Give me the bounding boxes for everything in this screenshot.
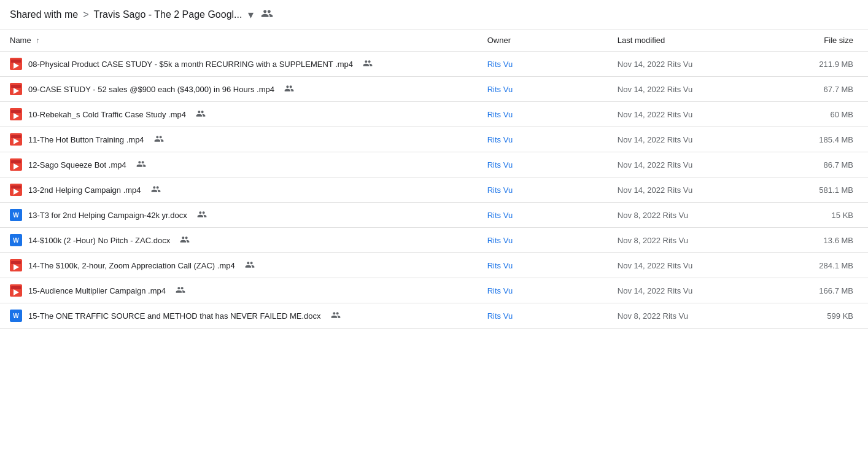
file-modified: Nov 14, 2022 Rits Vu xyxy=(618,135,692,144)
breadcrumb-dropdown-icon[interactable]: ▾ xyxy=(248,8,254,21)
file-table: Name ↑ Owner Last modified File size 08-… xyxy=(0,29,868,329)
file-name: 09-CASE STUDY - 52 sales @$900 each ($43… xyxy=(28,85,274,94)
file-size: 13.6 MB xyxy=(824,236,853,245)
shared-icon xyxy=(154,134,164,146)
breadcrumb-shared-link[interactable]: Shared with me xyxy=(10,9,78,20)
table-row[interactable]: 10-Rebekah_s Cold Traffic Case Study .mp… xyxy=(0,102,868,127)
file-owner: Rits Vu xyxy=(487,311,513,321)
table-row[interactable]: 15-Audience Multiplier Campaign .mp4 Rit… xyxy=(0,278,868,303)
file-size: 15 KB xyxy=(832,211,853,220)
word-file-icon: W xyxy=(10,234,22,246)
file-size: 166.7 MB xyxy=(819,286,853,295)
file-owner: Rits Vu xyxy=(487,261,513,270)
file-name: 10-Rebekah_s Cold Traffic Case Study .mp… xyxy=(28,110,186,119)
file-owner: Rits Vu xyxy=(487,185,513,195)
file-modified: Nov 14, 2022 Rits Vu xyxy=(618,85,692,94)
file-owner: Rits Vu xyxy=(487,135,513,144)
file-modified: Nov 8, 2022 Rits Vu xyxy=(618,236,688,245)
file-size: 599 KB xyxy=(827,311,853,321)
file-modified: Nov 8, 2022 Rits Vu xyxy=(618,311,688,321)
word-file-icon: W xyxy=(10,209,22,221)
file-owner: Rits Vu xyxy=(487,60,513,69)
sort-icon: ↑ xyxy=(36,36,39,45)
table-row[interactable]: 14-The $100k, 2-hour, Zoom Appreciation … xyxy=(0,253,868,278)
breadcrumb: Shared with me > Travis Sago - The 2 Pag… xyxy=(0,0,868,29)
file-name: 14-$100k (2 -Hour) No Pitch - ZAC.docx xyxy=(28,236,170,245)
column-owner[interactable]: Owner xyxy=(478,29,608,52)
column-modified[interactable]: Last modified xyxy=(608,29,781,52)
file-owner: Rits Vu xyxy=(487,110,513,119)
file-modified: Nov 14, 2022 Rits Vu xyxy=(618,160,692,170)
file-owner: Rits Vu xyxy=(487,160,513,170)
video-file-icon xyxy=(10,284,22,297)
video-file-icon xyxy=(10,108,22,120)
column-name[interactable]: Name ↑ xyxy=(0,29,478,52)
video-file-icon xyxy=(10,58,22,70)
shared-icon xyxy=(363,58,373,70)
file-owner: Rits Vu xyxy=(487,85,513,94)
file-modified: Nov 8, 2022 Rits Vu xyxy=(618,211,688,220)
table-header: Name ↑ Owner Last modified File size xyxy=(0,29,868,52)
breadcrumb-people-icon[interactable] xyxy=(261,7,273,21)
video-file-icon xyxy=(10,83,22,95)
file-name: 13-T3 for 2nd Helping Campaign-42k yr.do… xyxy=(28,211,187,220)
video-file-icon xyxy=(10,158,22,171)
shared-icon xyxy=(245,260,255,271)
file-size: 185.4 MB xyxy=(819,135,853,144)
file-name: 12-Sago Squeeze Bot .mp4 xyxy=(28,160,126,170)
file-size: 60 MB xyxy=(830,110,853,119)
file-name: 14-The $100k, 2-hour, Zoom Appreciation … xyxy=(28,261,235,270)
file-modified: Nov 14, 2022 Rits Vu xyxy=(618,185,692,195)
word-file-icon: W xyxy=(10,310,22,322)
video-file-icon xyxy=(10,259,22,271)
table-row[interactable]: 09-CASE STUDY - 52 sales @$900 each ($43… xyxy=(0,77,868,102)
file-name: 15-The ONE TRAFFIC SOURCE and METHOD tha… xyxy=(28,311,321,321)
video-file-icon xyxy=(10,184,22,196)
breadcrumb-separator: > xyxy=(83,9,88,20)
file-modified: Nov 14, 2022 Rits Vu xyxy=(618,60,692,69)
breadcrumb-folder-name: Travis Sago - The 2 Page Googl... xyxy=(94,9,242,20)
shared-icon xyxy=(197,209,207,221)
file-modified: Nov 14, 2022 Rits Vu xyxy=(618,261,692,270)
file-name: 11-The Hot Button Training .mp4 xyxy=(28,135,144,144)
table-row[interactable]: 08-Physical Product CASE STUDY - $5k a m… xyxy=(0,52,868,77)
file-owner: Rits Vu xyxy=(487,211,513,220)
file-size: 284.1 MB xyxy=(819,261,853,270)
table-row[interactable]: 13-2nd Helping Campaign .mp4 Rits Vu Nov… xyxy=(0,177,868,203)
file-modified: Nov 14, 2022 Rits Vu xyxy=(618,286,692,295)
file-name: 15-Audience Multiplier Campaign .mp4 xyxy=(28,286,166,295)
file-owner: Rits Vu xyxy=(487,236,513,245)
shared-icon xyxy=(151,184,161,196)
video-file-icon xyxy=(10,133,22,146)
column-size[interactable]: File size xyxy=(781,29,868,52)
file-owner: Rits Vu xyxy=(487,286,513,295)
file-name: 13-2nd Helping Campaign .mp4 xyxy=(28,185,141,195)
shared-icon xyxy=(136,159,146,171)
table-row[interactable]: 11-The Hot Button Training .mp4 Rits Vu … xyxy=(0,127,868,152)
table-row[interactable]: W 15-The ONE TRAFFIC SOURCE and METHOD t… xyxy=(0,303,868,329)
shared-icon xyxy=(284,84,294,95)
shared-icon xyxy=(176,285,185,297)
table-row[interactable]: 12-Sago Squeeze Bot .mp4 Rits Vu Nov 14,… xyxy=(0,152,868,177)
shared-icon xyxy=(331,310,341,322)
file-modified: Nov 14, 2022 Rits Vu xyxy=(618,110,692,119)
file-size: 67.7 MB xyxy=(824,85,853,94)
table-row[interactable]: W 13-T3 for 2nd Helping Campaign-42k yr.… xyxy=(0,203,868,228)
table-row[interactable]: W 14-$100k (2 -Hour) No Pitch - ZAC.docx… xyxy=(0,228,868,253)
shared-icon xyxy=(180,235,190,246)
shared-icon xyxy=(196,109,206,120)
file-size: 211.9 MB xyxy=(819,60,853,69)
file-size: 86.7 MB xyxy=(824,160,853,170)
file-name: 08-Physical Product CASE STUDY - $5k a m… xyxy=(28,60,353,69)
file-size: 581.1 MB xyxy=(819,185,853,195)
